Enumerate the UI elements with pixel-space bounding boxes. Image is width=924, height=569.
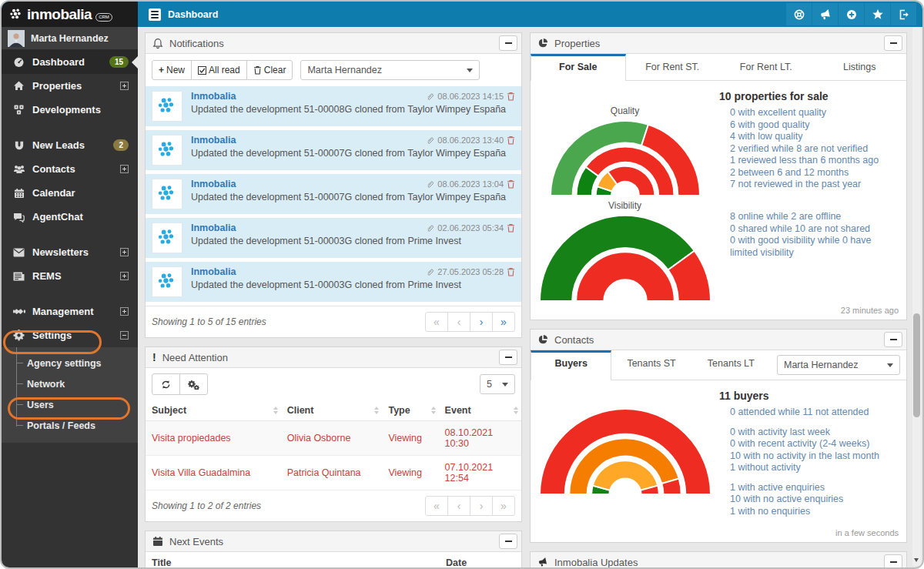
sidebar-item-calendar[interactable]: Calendar <box>2 181 138 205</box>
notification-date: 08.06.2023 13:40 <box>437 136 504 145</box>
buyers-section: 0 attended while 11 not attended 0 with … <box>531 405 906 525</box>
sidebar-item-properties[interactable]: Properties <box>2 74 138 98</box>
cell-client[interactable]: Patricia Quintana <box>281 456 383 490</box>
tab-tenants-lt[interactable]: Tenants LT <box>691 350 771 380</box>
trash-icon[interactable] <box>507 136 515 145</box>
trash-icon[interactable] <box>507 179 515 189</box>
agent-select[interactable]: Marta Hernandez <box>777 355 900 375</box>
table-row[interactable]: Visita Villa Guadalmina Patricia Quintan… <box>146 456 521 490</box>
cell-type[interactable]: Viewing <box>382 421 438 456</box>
sidebar-item-agentchat[interactable]: AgentChat <box>2 205 138 229</box>
refresh-button[interactable] <box>152 373 180 395</box>
tab-for-sale[interactable]: For Sale <box>531 54 626 81</box>
collapse-minus-icon[interactable] <box>120 331 129 340</box>
submenu-item-agency-settings[interactable]: Agency settings <box>2 353 138 373</box>
sidebar-item-dashboard[interactable]: Dashboard 15 <box>2 50 138 74</box>
announcements-button[interactable] <box>812 3 838 25</box>
collapse-button[interactable] <box>884 554 902 569</box>
support-button[interactable] <box>786 3 812 25</box>
column-header-client[interactable]: Client <box>281 400 383 421</box>
expand-plus-icon[interactable] <box>120 82 129 90</box>
submenu-item-users[interactable]: Users <box>2 394 138 415</box>
column-header-subject[interactable]: Subject <box>146 400 281 421</box>
widget-settings-button[interactable] <box>179 373 208 395</box>
submenu-label: Network <box>27 379 65 390</box>
clear-notifications-button[interactable]: Clear <box>246 60 293 80</box>
collapse-button[interactable] <box>884 35 902 51</box>
column-header-type[interactable]: Type <box>382 400 438 421</box>
sender-name[interactable]: Inmobalia <box>191 91 236 102</box>
cell-subject[interactable]: Visita propiedades <box>146 421 281 456</box>
sidebar-item-settings[interactable]: Settings <box>2 323 138 347</box>
trash-icon[interactable] <box>507 92 515 101</box>
collapse-button[interactable] <box>499 534 517 549</box>
notification-item[interactable]: Inmobalia 08.06.2023 13:40 Updated the d… <box>146 130 521 170</box>
users-icon <box>12 163 26 175</box>
add-button[interactable] <box>839 3 864 25</box>
sender-name[interactable]: Inmobalia <box>191 223 236 233</box>
column-header-title: Title <box>152 557 446 568</box>
cell-event[interactable]: 08.10.2021 10:30 <box>439 421 521 456</box>
menu-icon[interactable] <box>149 8 161 21</box>
first-page-button[interactable]: « <box>425 312 448 332</box>
sender-name[interactable]: Inmobalia <box>191 179 236 189</box>
tab-for-rent-st[interactable]: For Rent ST. <box>626 54 720 80</box>
envelope-icon <box>12 248 26 257</box>
sidebar-item-contacts[interactable]: Contacts <box>2 157 138 181</box>
sidebar-item-management[interactable]: Management <box>2 300 138 323</box>
new-notification-button[interactable]: +New <box>152 60 192 80</box>
scrollbar-down-arrow[interactable] <box>914 558 919 564</box>
chevron-down-icon <box>467 69 473 75</box>
last-page-button[interactable]: » <box>492 496 515 516</box>
submenu-item-network[interactable]: Network <box>2 373 138 394</box>
scrollbar-thumb[interactable] <box>913 313 920 417</box>
collapse-button[interactable] <box>499 350 517 365</box>
notification-date: 27.05.2023 05:28 <box>437 267 504 276</box>
favorites-button[interactable] <box>865 3 890 25</box>
expand-plus-icon[interactable] <box>120 272 129 280</box>
scrollbar-track[interactable] <box>912 27 921 566</box>
expand-plus-icon[interactable] <box>120 307 129 316</box>
tab-tenants-st[interactable]: Tenants ST <box>611 350 691 380</box>
next-page-button[interactable]: › <box>470 312 493 332</box>
sidebar-item-new-leads[interactable]: New Leads 2 <box>2 133 138 157</box>
agent-select[interactable]: Marta Hernandez <box>300 60 480 80</box>
trash-icon[interactable] <box>507 223 515 233</box>
collapse-button[interactable] <box>884 332 902 347</box>
sidebar-item-developments[interactable]: Developments <box>2 98 138 122</box>
cell-type[interactable]: Viewing <box>382 456 438 490</box>
notification-item[interactable]: Inmobalia 08.06.2023 13:04 Updated the d… <box>146 174 521 214</box>
app-logo[interactable]: inmobalia CRM <box>2 2 138 27</box>
sender-name[interactable]: Inmobalia <box>191 266 236 277</box>
sender-name[interactable]: Inmobalia <box>191 135 236 146</box>
prev-page-button[interactable]: ‹ <box>447 312 470 332</box>
tab-listings[interactable]: Listings <box>813 54 907 80</box>
user-profile[interactable]: Marta Hernandez <box>2 27 138 50</box>
next-page-button[interactable]: › <box>470 496 493 516</box>
cell-event[interactable]: 07.10.2021 12:54 <box>439 456 521 490</box>
cell-client[interactable]: Olivia Osborne <box>281 421 383 456</box>
expand-plus-icon[interactable] <box>120 248 129 256</box>
sidebar-item-rems[interactable]: REMS <box>2 264 138 288</box>
tab-for-rent-lt[interactable]: For Rent LT. <box>719 54 813 80</box>
all-read-button[interactable]: All read <box>191 60 247 80</box>
first-page-button[interactable]: « <box>425 496 448 516</box>
notification-item[interactable]: Inmobalia 27.05.2023 05:28 Updated the d… <box>146 262 521 302</box>
collapse-button[interactable] <box>499 35 517 51</box>
notification-item[interactable]: Inmobalia 02.06.2023 05:34 Updated the d… <box>146 218 521 258</box>
page-size-select[interactable]: 5 <box>480 374 515 394</box>
logout-button[interactable] <box>891 3 916 25</box>
last-page-button[interactable]: » <box>492 312 515 332</box>
trash-icon[interactable] <box>507 267 515 276</box>
select-value: Marta Hernandez <box>307 65 382 75</box>
notification-item[interactable]: Inmobalia 08.06.2023 14:15 Updated the d… <box>146 86 521 126</box>
column-header-event[interactable]: Event <box>439 400 521 421</box>
sidebar-item-newsletters[interactable]: Newsletters <box>2 240 138 264</box>
expand-plus-icon[interactable] <box>120 165 129 173</box>
cell-subject[interactable]: Visita Villa Guadalmina <box>146 456 281 490</box>
submenu-item-portals-feeds[interactable]: Portals / Feeds <box>2 415 138 436</box>
tab-buyers[interactable]: Buyers <box>531 350 611 380</box>
topbar: inmobalia CRM Dashboard <box>2 2 922 27</box>
prev-page-button[interactable]: ‹ <box>447 496 470 516</box>
table-row[interactable]: Visita propiedades Olivia Osborne Viewin… <box>146 421 521 456</box>
